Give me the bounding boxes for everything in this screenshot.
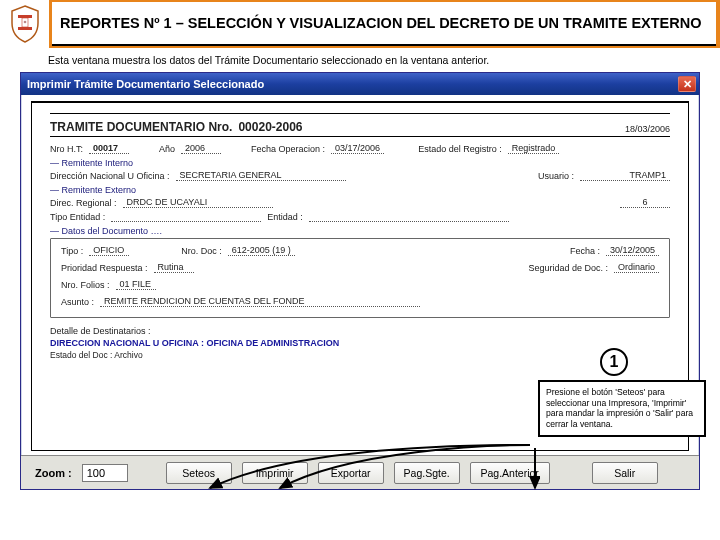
destinatario-sub: Estado del Doc : Archivo xyxy=(50,350,670,360)
val-fecha-op: 03/17/2006 xyxy=(331,143,384,154)
val-anio: 2006 xyxy=(181,143,221,154)
val-estado: Registrado xyxy=(508,143,560,154)
lbl-entidad: Entidad : xyxy=(267,212,303,222)
window-title: Imprimir Trámite Documentario Selecciona… xyxy=(27,78,264,90)
doc-header-date: 18/03/2006 xyxy=(625,124,670,134)
page-title: REPORTES Nº 1 – SELECCIÓN Y VISUALIZACIO… xyxy=(60,15,708,32)
lbl-fecha-op: Fecha Operacion : xyxy=(251,144,325,154)
val-prioridad: Rutina xyxy=(154,262,194,273)
callout-arrows xyxy=(180,440,540,510)
svg-point-0 xyxy=(23,21,26,24)
datos-documento-box: Tipo : OFICIO Nro. Doc : 612-2005 (19 ) … xyxy=(50,238,670,318)
section-rem-externo: — Remitente Externo xyxy=(50,185,670,195)
callout-text-1: Presione el botón 'Seteos' para seleccio… xyxy=(538,380,706,437)
lbl-asunto: Asunto : xyxy=(61,297,94,307)
destinatarios-title: Detalle de Destinatarios : xyxy=(50,326,670,336)
page-header: REPORTES Nº 1 – SELECCIÓN Y VISUALIZACIO… xyxy=(0,0,720,48)
lbl-seguridad: Seguridad de Doc. : xyxy=(528,263,608,273)
zoom-input[interactable]: 100 xyxy=(82,464,128,482)
lbl-prioridad: Prioridad Respuesta : xyxy=(61,263,148,273)
val-asunto: REMITE RENDICION DE CUENTAS DEL FONDE xyxy=(100,296,420,307)
callout-badge-1: 1 xyxy=(600,348,628,376)
val-tipo: OFICIO xyxy=(89,245,129,256)
page-title-wrap: REPORTES Nº 1 – SELECCIÓN Y VISUALIZACIO… xyxy=(52,2,716,46)
lbl-tipo-entidad: Tipo Entidad : xyxy=(50,212,105,222)
lbl-nro-doc: Nro. Doc : xyxy=(181,246,222,256)
section-rem-interno: — Remitente Interno xyxy=(50,158,670,168)
zoom-label: Zoom : xyxy=(35,467,72,479)
val-seguridad: Ordinario xyxy=(614,262,659,273)
section-datos-doc: — Datos del Documento …. xyxy=(50,226,670,236)
lbl-anio: Año xyxy=(159,144,175,154)
lbl-nro-ht: Nro H.T: xyxy=(50,144,83,154)
lbl-folios: Nro. Folios : xyxy=(61,280,110,290)
lbl-usuario: Usuario : xyxy=(538,171,574,181)
doc-nro: 00020-2006 xyxy=(238,120,302,134)
val-dir-reg: DRDC DE UCAYALI xyxy=(123,197,273,208)
val-nro-doc: 612-2005 (19 ) xyxy=(228,245,295,256)
val-dir-nac: SECRETARIA GENERAL xyxy=(176,170,346,181)
val-folios: 01 FILE xyxy=(116,279,156,290)
destinatario-line: DIRECCION NACIONAL U OFICINA : OFICINA D… xyxy=(50,338,670,348)
val-usuario: TRAMP1 xyxy=(580,170,670,181)
doc-title-prefix: TRAMITE DOCUMENTARIO Nro. xyxy=(50,120,232,134)
lbl-dir-nac: Dirección Nacional U Oficina : xyxy=(50,171,170,181)
window-titlebar: Imprimir Trámite Documentario Selecciona… xyxy=(21,73,699,95)
val-entidad xyxy=(309,221,509,222)
lbl-dir-reg: Direc. Regional : xyxy=(50,198,117,208)
lbl-fecha-doc: Fecha : xyxy=(570,246,600,256)
logo xyxy=(0,0,52,48)
val-tipo-entidad xyxy=(111,221,261,222)
val-fecha-doc: 30/12/2005 xyxy=(606,245,659,256)
lbl-tipo: Tipo : xyxy=(61,246,83,256)
val-nro-ht: 00017 xyxy=(89,143,129,154)
intro-text: Esta ventana muestra los datos del Trámi… xyxy=(0,48,720,70)
val-dir-reg-num: 6 xyxy=(620,197,670,208)
lbl-estado: Estado del Registro : xyxy=(418,144,502,154)
close-icon[interactable]: ✕ xyxy=(678,76,696,92)
salir-button[interactable]: Salir xyxy=(592,462,658,484)
